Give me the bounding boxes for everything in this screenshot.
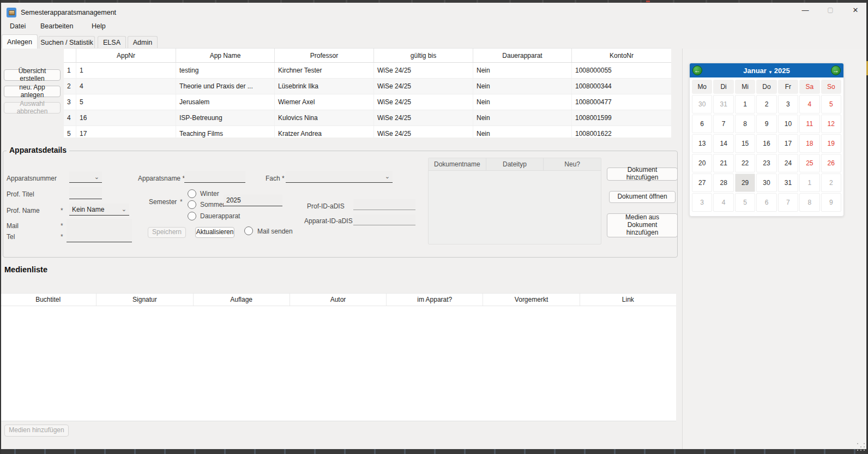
table-cell[interactable]: 17 bbox=[76, 126, 176, 138]
column-header-buchtitel[interactable]: Buchtitel bbox=[0, 294, 97, 306]
apparatsname-input[interactable] bbox=[184, 171, 245, 183]
table-cell[interactable]: WiSe 24/25 bbox=[374, 94, 473, 110]
calendar-day[interactable]: 2 bbox=[756, 95, 776, 113]
calendar-day[interactable]: 30 bbox=[692, 95, 712, 113]
column-header-dauerapparat[interactable]: Dauerapparat bbox=[473, 49, 572, 62]
calendar-next-icon[interactable]: → bbox=[831, 65, 841, 75]
calendar-day[interactable]: 13 bbox=[692, 134, 712, 153]
calendar-day[interactable]: 10 bbox=[778, 115, 798, 133]
table-cell[interactable]: Kulovics Nina bbox=[275, 110, 374, 126]
table-cell[interactable]: Nein bbox=[473, 94, 572, 110]
table-cell[interactable]: 4 bbox=[76, 79, 176, 94]
table-cell[interactable]: 1008001622 bbox=[572, 126, 671, 138]
column-header-link[interactable]: Link bbox=[580, 294, 676, 306]
minimize-button[interactable]: — bbox=[793, 3, 818, 17]
apparat-id-adis-input[interactable] bbox=[353, 214, 415, 225]
calendar-day[interactable]: 16 bbox=[756, 134, 776, 153]
calendar-day[interactable]: 26 bbox=[821, 154, 841, 172]
menu-bearbeiten[interactable]: Bearbeiten bbox=[38, 21, 75, 31]
table-cell[interactable]: 1 bbox=[76, 63, 176, 78]
tab-elsa[interactable]: ELSA bbox=[98, 36, 126, 49]
maximize-button[interactable]: ▢ bbox=[818, 3, 843, 17]
calendar-prev-icon[interactable]: ← bbox=[692, 65, 702, 75]
tel-input[interactable] bbox=[67, 230, 132, 242]
table-cell[interactable]: ISP-Betreuung bbox=[176, 110, 275, 126]
calendar-day[interactable]: 5 bbox=[735, 193, 755, 212]
table-cell[interactable]: Nein bbox=[473, 63, 572, 78]
table-row[interactable]: 416ISP-BetreuungKulovics NinaWiSe 24/25N… bbox=[64, 110, 671, 126]
aktualisieren-button[interactable]: Aktualisieren bbox=[195, 227, 234, 238]
column-header-gueltig-bis[interactable]: gültig bis bbox=[374, 49, 473, 62]
calendar-day[interactable]: 23 bbox=[756, 154, 776, 172]
calendar-day[interactable]: 27 bbox=[692, 174, 712, 192]
medien-aus-dokument-button[interactable]: Medien aus Dokument hinzufügen bbox=[607, 213, 678, 237]
table-cell[interactable]: Nein bbox=[473, 126, 572, 138]
neu-app-anlegen-button[interactable]: neu. App anlegen bbox=[4, 86, 61, 97]
auswahl-abbrechen-button[interactable]: Auswahl abbrechen bbox=[4, 102, 61, 113]
calendar-day[interactable]: 4 bbox=[799, 95, 819, 113]
table-cell[interactable]: Nein bbox=[473, 110, 572, 126]
column-header-neu[interactable]: Neu? bbox=[544, 158, 601, 170]
calendar-day[interactable]: 20 bbox=[692, 154, 712, 172]
calendar-day[interactable]: 11 bbox=[799, 115, 819, 133]
calendar-day[interactable]: 9 bbox=[821, 193, 841, 212]
table-cell[interactable]: 1008000344 bbox=[572, 79, 671, 94]
medien-hinzufuegen-button[interactable]: Medien hinzufügen bbox=[4, 425, 69, 437]
speichern-button[interactable]: Speichern bbox=[148, 227, 186, 238]
dokument-hinzufuegen-button[interactable]: Dokument hinzufügen bbox=[607, 168, 678, 181]
calendar-year[interactable]: 2025 bbox=[774, 67, 790, 75]
calendar-day[interactable]: 6 bbox=[692, 115, 712, 133]
column-header-autor[interactable]: Autor bbox=[290, 294, 387, 306]
column-header-appnr[interactable]: AppNr bbox=[76, 49, 176, 62]
calendar-day[interactable]: 18 bbox=[799, 134, 819, 153]
table-cell[interactable]: 16 bbox=[76, 110, 176, 126]
tab-anlegen[interactable]: Anlegen bbox=[2, 34, 38, 49]
calendar-day[interactable]: 31 bbox=[778, 174, 798, 192]
mail-input[interactable] bbox=[67, 219, 132, 231]
column-header-auflage[interactable]: Auflage bbox=[194, 294, 290, 306]
mail-senden-checkbox[interactable] bbox=[244, 226, 253, 235]
column-header-dateityp[interactable]: Dateityp bbox=[486, 158, 544, 170]
calendar-day[interactable]: 8 bbox=[735, 115, 755, 133]
table-row[interactable]: 24Theorie und Praxis der ...Lüsebrink Il… bbox=[64, 79, 671, 94]
sommer-radio[interactable] bbox=[188, 200, 196, 209]
prof-id-adis-input[interactable] bbox=[353, 199, 415, 210]
table-cell[interactable]: testing bbox=[176, 63, 275, 78]
table-cell[interactable]: Kratzer Andrea bbox=[275, 126, 374, 138]
column-header-professor[interactable]: Professor bbox=[275, 49, 374, 62]
column-header-signatur[interactable]: Signatur bbox=[97, 294, 193, 306]
row-number-cell[interactable]: 3 bbox=[64, 94, 76, 110]
close-button[interactable]: ✕ bbox=[843, 3, 868, 17]
calendar-day[interactable]: 25 bbox=[799, 154, 819, 172]
sommer-radio-label[interactable]: Sommer bbox=[200, 201, 225, 208]
calendar-title[interactable]: Januar▼ 2025 bbox=[743, 67, 789, 75]
winter-radio-label[interactable]: Winter bbox=[200, 190, 219, 198]
table-row[interactable]: 517Teaching FilmsKratzer AndreaWiSe 24/2… bbox=[64, 126, 671, 138]
calendar-month[interactable]: Januar bbox=[743, 67, 767, 75]
column-header-im-apparat-[interactable]: im Apparat? bbox=[387, 294, 483, 306]
table-cell[interactable]: WiSe 24/25 bbox=[374, 79, 473, 94]
row-number-cell[interactable]: 1 bbox=[64, 63, 76, 78]
fach-combobox[interactable]: ⌄ bbox=[286, 171, 393, 183]
winter-radio[interactable] bbox=[188, 189, 196, 198]
uebersicht-erstellen-button[interactable]: Übersicht erstellen bbox=[4, 69, 61, 81]
table-cell[interactable]: Lüsebrink Ilka bbox=[275, 79, 374, 94]
menu-datei[interactable]: Datei bbox=[8, 21, 28, 31]
row-number-cell[interactable]: 2 bbox=[64, 79, 76, 94]
calendar-day[interactable]: 7 bbox=[713, 115, 733, 133]
table-cell[interactable]: WiSe 24/25 bbox=[374, 63, 473, 78]
table-cell[interactable]: WiSe 24/25 bbox=[374, 110, 473, 126]
calendar-day[interactable]: 12 bbox=[821, 115, 841, 133]
calendar-day[interactable]: 9 bbox=[756, 115, 776, 133]
apparatsnummer-combobox[interactable]: ⌄ bbox=[69, 171, 102, 183]
table-cell[interactable]: 1008000477 bbox=[572, 94, 671, 110]
dauerapparat-radio[interactable] bbox=[188, 212, 196, 220]
calendar-day[interactable]: 17 bbox=[778, 134, 798, 153]
calendar-day[interactable]: 7 bbox=[778, 193, 798, 212]
row-number-cell[interactable]: 5 bbox=[64, 126, 76, 138]
calendar-day[interactable]: 1 bbox=[799, 174, 819, 192]
row-number-cell[interactable]: 4 bbox=[64, 110, 76, 126]
column-header-vorgemerkt[interactable]: Vorgemerkt bbox=[483, 294, 580, 306]
table-row[interactable]: 11testingKirchner TesterWiSe 24/25Nein10… bbox=[64, 63, 671, 79]
calendar-day[interactable]: 2 bbox=[821, 174, 841, 192]
